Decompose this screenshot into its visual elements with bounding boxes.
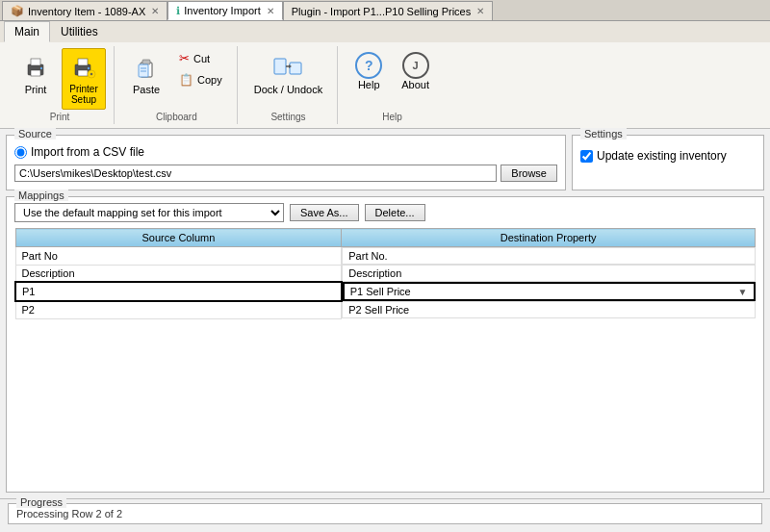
import-csv-label: Import from a CSV file — [31, 145, 144, 159]
ribbon-group-help: ? Help J About Help — [340, 46, 445, 124]
source-label: Source — [14, 128, 56, 139]
import-csv-radio-row: Import from a CSV file — [14, 145, 557, 159]
mappings-header-row: Use the default mapping set for this imp… — [14, 203, 756, 222]
mappings-label: Mappings — [14, 190, 68, 201]
progress-section: Progress Processing Row 2 of 2 — [8, 503, 762, 524]
svg-rect-14 — [274, 59, 286, 74]
printer-setup-label: PrinterSetup — [69, 84, 97, 105]
source-cell: Part No — [15, 247, 342, 266]
tab-inventory-item[interactable]: 📦 Inventory Item - 1089-AX ✕ — [2, 1, 167, 20]
mapping-select[interactable]: Use the default mapping set for this imp… — [14, 203, 284, 222]
mappings-section: Mappings Use the default mapping set for… — [6, 196, 764, 493]
svg-rect-10 — [142, 60, 150, 64]
inventory-import-icon: ℹ — [176, 5, 180, 17]
printer-setup-icon — [68, 53, 99, 84]
help-icon: ? — [355, 52, 382, 79]
dest-cell: P1 Sell Price▼ — [343, 282, 756, 301]
update-inventory-checkbox[interactable] — [580, 150, 593, 163]
clipboard-buttons: Paste ✂ Cut 📋 Copy — [124, 48, 229, 110]
table-row[interactable]: P1P1 Sell Price▼ — [15, 282, 756, 301]
ribbon-group-print: Print PrinterSetup — [6, 46, 115, 124]
ribbon-tab-main[interactable]: Main — [4, 21, 50, 42]
tab-inventory-import[interactable]: ℹ Inventory Import ✕ — [167, 1, 282, 20]
ribbon: Main Utilities Print — [0, 21, 770, 129]
import-csv-radio[interactable] — [14, 146, 27, 159]
dest-cell: P2 Sell Price — [342, 301, 755, 318]
table-row[interactable]: P2P2 Sell Price — [15, 301, 756, 318]
source-cell: P1 — [15, 282, 342, 301]
progress-label: Progress — [16, 496, 66, 508]
update-inventory-row: Update existing inventory — [580, 149, 756, 163]
dest-dropdown-icon[interactable]: ▼ — [738, 287, 748, 297]
paste-icon — [131, 53, 162, 84]
print-icon — [20, 53, 51, 84]
inventory-item-icon: 📦 — [11, 5, 24, 17]
dest-cell: Description — [342, 265, 755, 282]
col-source-header: Source Column — [15, 229, 342, 247]
col-dest-header: Destination Property — [342, 229, 756, 247]
svg-rect-1 — [31, 59, 40, 65]
cut-button[interactable]: ✂ Cut — [172, 48, 229, 68]
table-row[interactable]: Part NoPart No. — [15, 247, 756, 266]
ribbon-content: Print PrinterSetup — [0, 42, 770, 128]
settings-buttons: Dock / Undock — [247, 48, 330, 110]
progress-status: Processing Row 2 of 2 — [16, 508, 754, 519]
print-button[interactable]: Print — [13, 48, 58, 100]
svg-rect-7 — [88, 67, 90, 69]
dock-undock-icon — [272, 53, 303, 84]
save-as-button[interactable]: Save As... — [290, 204, 359, 221]
source-cell: P2 — [15, 301, 342, 318]
printer-setup-button[interactable]: PrinterSetup — [62, 48, 106, 110]
tab-close-plugin-import[interactable]: ✕ — [476, 6, 484, 16]
ribbon-group-clipboard: Paste ✂ Cut 📋 Copy Clipboard — [116, 46, 238, 124]
source-section: Source Import from a CSV file Browse — [6, 135, 566, 190]
svg-rect-3 — [40, 67, 42, 69]
svg-rect-5 — [78, 59, 88, 65]
main-content: Source Import from a CSV file Browse Set… — [0, 129, 770, 498]
svg-rect-2 — [31, 70, 40, 76]
table-row[interactable]: DescriptionDescription — [15, 265, 756, 282]
cut-icon: ✂ — [179, 51, 190, 65]
update-inventory-label: Update existing inventory — [597, 149, 727, 163]
dock-undock-button[interactable]: Dock / Undock — [247, 48, 330, 100]
ribbon-tab-utilities[interactable]: Utilities — [50, 21, 109, 42]
tab-close-inventory-item[interactable]: ✕ — [151, 6, 159, 16]
help-buttons: ? Help J About — [347, 48, 437, 110]
about-icon: J — [402, 52, 429, 79]
about-button[interactable]: J About — [394, 48, 437, 94]
tab-plugin-import[interactable]: Plugin - Import P1...P10 Selling Prices … — [283, 1, 493, 20]
svg-rect-11 — [139, 64, 148, 77]
tab-close-inventory-import[interactable]: ✕ — [267, 6, 274, 16]
source-cell: Description — [15, 265, 342, 282]
svg-rect-15 — [290, 63, 301, 74]
ribbon-tabs: Main Utilities — [0, 21, 770, 42]
settings-label: Settings — [580, 128, 627, 139]
delete-button[interactable]: Delete... — [365, 204, 425, 221]
footer: Progress Processing Row 2 of 2 — [0, 498, 770, 532]
copy-button[interactable]: 📋 Copy — [172, 70, 229, 89]
svg-rect-6 — [78, 70, 88, 76]
settings-section: Settings Update existing inventory — [572, 135, 764, 190]
ribbon-group-settings: Dock / Undock Settings — [240, 46, 339, 124]
paste-button[interactable]: Paste — [124, 48, 168, 100]
browse-button[interactable]: Browse — [500, 165, 557, 182]
top-row: Source Import from a CSV file Browse Set… — [6, 135, 764, 190]
mapping-table: Source Column Destination Property Part … — [14, 228, 756, 319]
help-button[interactable]: ? Help — [347, 48, 390, 94]
file-path-input[interactable] — [14, 165, 497, 182]
print-buttons: Print PrinterSetup — [13, 48, 106, 110]
cut-copy-group: ✂ Cut 📋 Copy — [172, 48, 229, 89]
copy-icon: 📋 — [179, 73, 193, 87]
tab-bar: 📦 Inventory Item - 1089-AX ✕ ℹ Inventory… — [0, 0, 770, 21]
file-row: Browse — [14, 165, 557, 182]
dest-cell: Part No. — [342, 247, 755, 265]
